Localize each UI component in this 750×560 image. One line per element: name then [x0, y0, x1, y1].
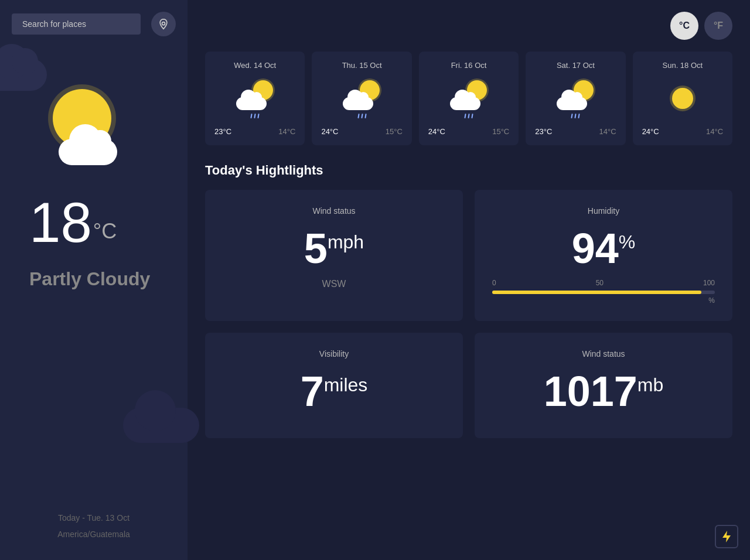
cloud-decoration-bottom	[123, 408, 199, 443]
highlights-title: Today's Hightlights	[205, 163, 732, 178]
wind-unit: mph	[328, 231, 364, 252]
cloud-icon	[59, 139, 117, 165]
highlights-grid: Wind status 5mph WSW Humidity 94% 0 50 1…	[205, 190, 732, 438]
forecast-icon-2	[319, 78, 404, 119]
wind-status-card: Wind status 5mph WSW	[205, 190, 463, 321]
scale-0: 0	[492, 279, 496, 287]
forecast-day-5: Sun. 18 Oct 24°C 14°C	[633, 52, 732, 145]
cloud-decoration-top	[0, 59, 47, 91]
celsius-button[interactable]: °C	[670, 12, 698, 40]
forecast-temps-1: 23°C 14°C	[212, 127, 298, 136]
temperature-display: 18°C	[12, 194, 176, 251]
humidity-value: 94%	[492, 227, 715, 269]
visibility-number: 7	[301, 368, 324, 415]
humidity-scale: 0 50 100	[492, 279, 715, 287]
humidity-pct-label: %	[492, 296, 715, 305]
temperature-unit: °C	[93, 219, 117, 243]
scale-100: 100	[703, 279, 715, 287]
humidity-label: Humidity	[492, 206, 715, 216]
today-date: Today - Tue. 13 Oct	[57, 510, 130, 526]
left-panel: Search for places 18°C Partly Cloudy Tod…	[0, 0, 188, 560]
wind-status-label: Wind status	[223, 206, 445, 216]
location-button[interactable]	[151, 12, 176, 36]
forecast-icon-1	[212, 78, 298, 119]
unit-toggle: °C °F	[205, 12, 732, 40]
search-bar: Search for places	[12, 12, 176, 36]
pressure-card: Wind status 1017mb	[475, 333, 732, 438]
forecast-date-5: Sun. 18 Oct	[640, 61, 725, 70]
forecast-icon-5	[640, 78, 725, 119]
forecast-day-1: Wed. 14 Oct 23°C 14°C	[205, 52, 305, 145]
weather-condition: Partly Cloudy	[12, 268, 176, 290]
weather-icon-container	[41, 83, 146, 171]
forecast-date-4: Sat. 17 Oct	[533, 61, 618, 70]
search-button[interactable]: Search for places	[12, 13, 141, 35]
visibility-value: 7miles	[223, 370, 445, 412]
humidity-bar-track	[492, 291, 715, 294]
forecast-row: Wed. 14 Oct 23°C 14°C Thu. 15 Oct	[205, 52, 732, 145]
forecast-day-4: Sat. 17 Oct 23°C 14°C	[526, 52, 625, 145]
forecast-temps-5: 24°C 14°C	[640, 127, 725, 136]
forecast-temps-3: 24°C 15°C	[426, 127, 512, 136]
date-location: Today - Tue. 13 Oct America/Guatemala	[57, 510, 130, 542]
flash-button[interactable]	[715, 525, 738, 548]
humidity-number: 94	[572, 225, 619, 272]
pressure-value: 1017mb	[492, 370, 715, 412]
svg-marker-1	[722, 531, 731, 542]
location-icon	[158, 18, 169, 30]
forecast-date-1: Wed. 14 Oct	[212, 61, 298, 70]
visibility-card: Visibility 7miles	[205, 333, 463, 438]
wind-number: 5	[304, 225, 328, 272]
forecast-temps-2: 24°C 15°C	[319, 127, 404, 136]
forecast-date-3: Fri. 16 Oct	[426, 61, 512, 70]
humidity-card: Humidity 94% 0 50 100 %	[475, 190, 732, 321]
pressure-unit: mb	[638, 374, 663, 395]
visibility-label: Visibility	[223, 349, 445, 358]
forecast-date-2: Thu. 15 Oct	[319, 61, 404, 70]
right-panel: °C °F Wed. 14 Oct 23°C 14°C T	[188, 0, 750, 560]
wind-direction: WSW	[223, 279, 445, 289]
pressure-label: Wind status	[492, 349, 715, 358]
forecast-day-3: Fri. 16 Oct 24°C 15°C	[419, 52, 519, 145]
fahrenheit-button[interactable]: °F	[704, 12, 732, 40]
temperature-value: 18	[29, 191, 92, 254]
scale-50: 50	[596, 279, 604, 287]
wind-value: 5mph	[223, 227, 445, 269]
humidity-bar-fill	[492, 291, 701, 294]
svg-point-0	[162, 22, 165, 25]
visibility-unit: miles	[324, 374, 368, 395]
forecast-day-2: Thu. 15 Oct 24°C 15°C	[312, 52, 411, 145]
sunny-icon	[672, 88, 693, 109]
forecast-icon-3	[426, 78, 512, 119]
forecast-temps-4: 23°C 14°C	[533, 127, 618, 136]
forecast-icon-4	[533, 78, 618, 119]
humidity-unit: %	[619, 231, 635, 252]
pressure-number: 1017	[544, 368, 638, 415]
location-name: America/Guatemala	[57, 526, 130, 542]
flash-icon	[721, 530, 732, 543]
